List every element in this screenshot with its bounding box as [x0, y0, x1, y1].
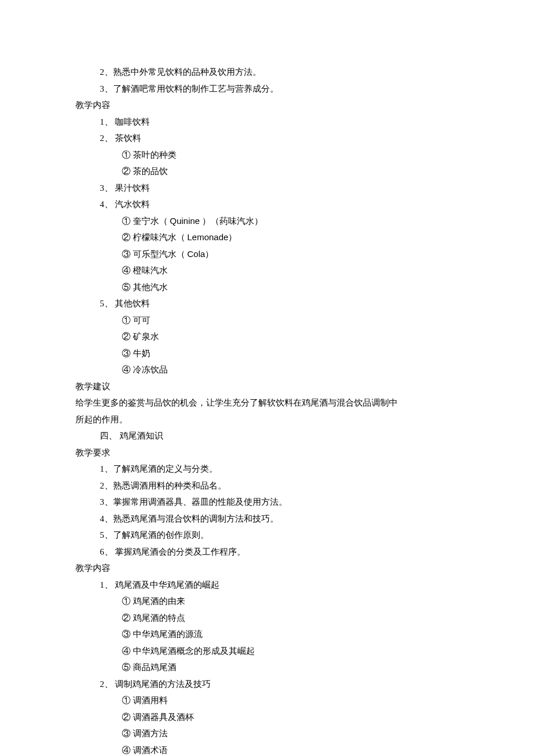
- content2-item-2d: ④ 调酒术语: [75, 742, 459, 757]
- content1-item-3: 3、 果汁饮料: [75, 180, 459, 197]
- advice-line-2: 所起的作用。: [75, 411, 459, 428]
- section4-req-4: 4、熟悉鸡尾酒与混合饮料的调制方法和技巧。: [75, 511, 459, 527]
- text-post: ）: [228, 233, 237, 242]
- section4-req-2: 2、熟悉调酒用料的种类和品名。: [75, 478, 459, 494]
- content2-item-1b: ② 鸡尾酒的特点: [75, 610, 459, 627]
- content1-item-4: 4、 汽水饮料: [75, 196, 459, 213]
- text-post: ）: [205, 249, 214, 259]
- content1-item-4e: ⑤ 其他汽水: [75, 279, 459, 296]
- content2-item-2b: ② 调酒器具及酒杯: [75, 709, 459, 726]
- section4-req-1: 1、了解鸡尾酒的定义与分类。: [75, 461, 459, 478]
- text-post: ）（药味汽水）: [200, 216, 263, 226]
- content1-item-5d: ④ 冷冻饮品: [75, 361, 459, 378]
- section-4-title: 四、 鸡尾酒知识: [75, 428, 459, 444]
- latin-quinine: Quinine: [170, 216, 200, 226]
- content1-item-2: 2、 茶饮料: [75, 130, 459, 147]
- content1-item-2a: ① 茶叶的种类: [75, 147, 459, 164]
- content2-item-2a: ① 调酒用料: [75, 692, 459, 709]
- content-heading-2: 教学内容: [75, 560, 459, 577]
- content1-item-5: 5、 其他饮料: [75, 295, 459, 312]
- content2-item-1a: ① 鸡尾酒的由来: [75, 593, 459, 610]
- advice-line-1: 给学生更多的鉴赏与品饮的机会，让学生充分了解软饮料在鸡尾酒与混合饮品调制中: [75, 395, 459, 411]
- requirement-heading-2: 教学要求: [75, 444, 459, 461]
- content2-item-2: 2、 调制鸡尾酒的方法及技巧: [75, 676, 459, 693]
- section4-req-5: 5、了解鸡尾酒的创作原则。: [75, 527, 459, 544]
- section4-req-3: 3、掌握常用调酒器具、器皿的性能及使用方法。: [75, 494, 459, 511]
- advice-heading: 教学建议: [75, 378, 459, 395]
- requirement-item-3: 3、了解酒吧常用饮料的制作工艺与营养成分。: [75, 81, 459, 97]
- content2-item-1c: ③ 中华鸡尾酒的源流: [75, 626, 459, 643]
- content1-item-2b: ② 茶的品饮: [75, 163, 459, 180]
- content2-item-2c: ③ 调酒方法: [75, 725, 459, 742]
- content2-item-1: 1、 鸡尾酒及中华鸡尾酒的崛起: [75, 577, 459, 594]
- content1-item-5c: ③ 牛奶: [75, 345, 459, 362]
- content2-item-1e: ⑤ 商品鸡尾酒: [75, 659, 459, 676]
- content1-item-5b: ② 矿泉水: [75, 328, 459, 345]
- content1-item-4c: ③ 可乐型汽水（ Cola）: [75, 246, 459, 263]
- content1-item-4a: ① 奎宁水（ Quinine ）（药味汽水）: [75, 213, 459, 230]
- section4-req-6: 6、 掌握鸡尾酒会的分类及工作程序。: [75, 544, 459, 560]
- text-pre: ③ 可乐型汽水（: [122, 249, 187, 259]
- content1-item-4b: ② 柠檬味汽水（ Lemonade）: [75, 229, 459, 246]
- content1-item-1: 1、 咖啡饮料: [75, 114, 459, 131]
- content1-item-4d: ④ 橙味汽水: [75, 262, 459, 279]
- latin-lemonade: Lemonade: [187, 232, 229, 242]
- content1-item-5a: ① 可可: [75, 312, 459, 329]
- content2-item-1d: ④ 中华鸡尾酒概念的形成及其崛起: [75, 643, 459, 660]
- requirement-item-2: 2、熟悉中外常见饮料的品种及饮用方法。: [75, 64, 459, 81]
- latin-cola: Cola: [187, 249, 205, 259]
- text-pre: ① 奎宁水（: [122, 216, 170, 226]
- content-heading-1: 教学内容: [75, 97, 459, 114]
- text-pre: ② 柠檬味汽水（: [122, 233, 187, 242]
